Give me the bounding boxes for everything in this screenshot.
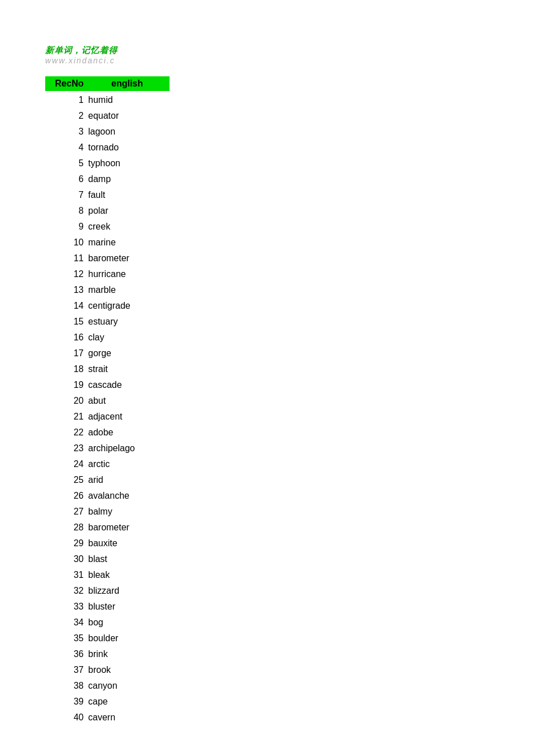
row-english: blizzard [88,584,200,598]
row-recno: 7 [49,188,88,202]
row-recno: 29 [49,537,88,550]
row-english: bauxite [88,537,200,550]
table-row: 34bog [45,615,203,630]
row-english: archipelago [88,442,200,455]
row-english: adjacent [88,410,200,424]
row-recno: 11 [49,252,88,265]
row-english: typhoon [88,157,200,170]
row-recno: 28 [49,521,88,534]
row-english: bleak [88,568,200,582]
table-row: 10marine [45,235,203,250]
row-recno: 34 [49,616,88,629]
table-row: 39cape [45,694,203,710]
row-english: creek [88,220,200,234]
row-recno: 21 [49,410,88,424]
table-row: 25arid [45,472,203,488]
row-english: hurricane [88,267,200,281]
row-recno: 17 [49,347,88,360]
row-english: polar [88,204,200,218]
table-body: 1humid2equator3lagoon4tornado5typhoon6da… [45,92,534,725]
row-english: arctic [88,457,200,471]
row-english: strait [88,362,200,376]
table-row: 33bluster [45,599,203,615]
table-row: 9creek [45,219,203,235]
row-recno: 37 [49,663,88,677]
table-row: 8polar [45,203,203,219]
row-english: marine [88,236,200,249]
table-row: 14centigrade [45,298,203,314]
table-row: 18strait [45,361,203,377]
row-recno: 16 [49,331,88,344]
row-recno: 3 [49,125,88,139]
row-recno: 2 [49,109,88,123]
table-row: 2equator [45,108,203,124]
page-container: 新单词，记忆着得 www.xindanci.c RecNo english 1h… [0,0,534,748]
row-recno: 20 [49,394,88,408]
row-english: avalanche [88,489,200,503]
row-recno: 8 [49,204,88,218]
row-english: cavern [88,711,200,724]
table-row: 38canyon [45,678,203,694]
row-recno: 13 [49,283,88,297]
row-english: barometer [88,252,200,265]
row-english: damp [88,172,200,186]
row-recno: 27 [49,505,88,519]
table-row: 11barometer [45,250,203,266]
row-english: clay [88,331,200,344]
table-row: 1humid [45,92,203,108]
table-row: 12hurricane [45,266,203,282]
table-row: 6damp [45,171,203,187]
row-english: canyon [88,679,200,693]
table-row: 32blizzard [45,583,203,599]
table-row: 35boulder [45,630,203,646]
row-recno: 5 [49,157,88,170]
row-recno: 9 [49,220,88,234]
row-english: marble [88,283,200,297]
row-english: adobe [88,426,200,439]
row-recno: 30 [49,552,88,566]
row-recno: 4 [49,141,88,154]
row-recno: 1 [49,93,88,107]
table-row: 19cascade [45,377,203,393]
row-english: humid [88,93,200,107]
row-recno: 36 [49,647,88,661]
header-english: english [88,79,166,89]
row-english: bog [88,616,200,629]
table-row: 7fault [45,187,203,203]
row-recno: 33 [49,600,88,614]
row-english: brink [88,647,200,661]
row-english: boulder [88,632,200,645]
table-row: 37brook [45,662,203,678]
row-recno: 18 [49,362,88,376]
table-row: 15estuary [45,314,203,330]
row-english: brook [88,663,200,677]
row-recno: 31 [49,568,88,582]
table-row: 13marble [45,282,203,298]
table-row: 21adjacent [45,409,203,425]
row-recno: 39 [49,695,88,709]
table-row: 3lagoon [45,124,203,140]
table-row: 23archipelago [45,440,203,456]
row-english: gorge [88,347,200,360]
row-english: estuary [88,315,200,329]
word-table: RecNo english 1humid2equator3lagoon4torn… [45,76,534,725]
row-english: blast [88,552,200,566]
row-recno: 14 [49,299,88,313]
row-english: cape [88,695,200,709]
table-header: RecNo english [45,76,170,91]
row-english: cascade [88,378,200,392]
table-row: 36brink [45,646,203,662]
row-recno: 10 [49,236,88,249]
row-recno: 6 [49,172,88,186]
row-recno: 12 [49,267,88,281]
table-row: 30blast [45,551,203,567]
logo-line1: 新单词，记忆着得 [45,45,534,56]
row-english: bluster [88,600,200,614]
table-row: 4tornado [45,140,203,155]
table-row: 28barometer [45,520,203,535]
row-recno: 24 [49,457,88,471]
table-row: 24arctic [45,456,203,472]
table-row: 20abut [45,393,203,409]
table-row: 31bleak [45,567,203,583]
row-recno: 32 [49,584,88,598]
